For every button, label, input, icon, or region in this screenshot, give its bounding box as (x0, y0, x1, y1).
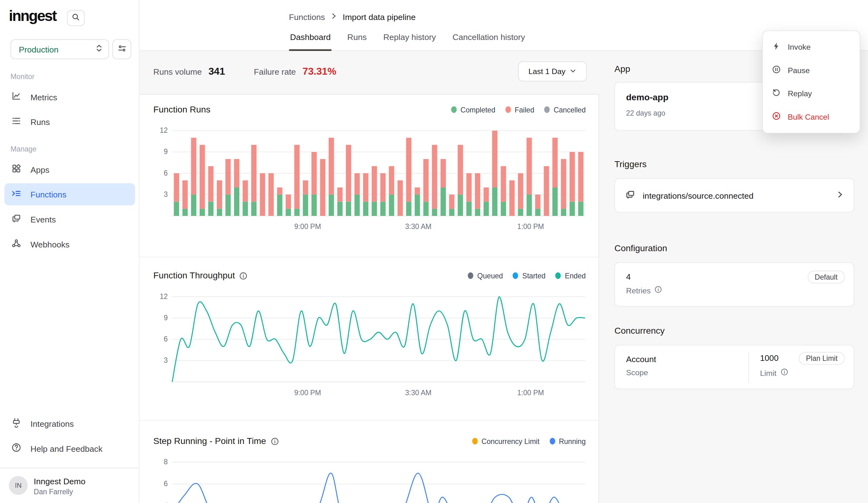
section-divider (140, 257, 599, 257)
menu-item-bulk-cancel[interactable]: Bulk Cancel (763, 105, 860, 129)
function-runs-chart: 369129:00 PM3:30 AM1:00 PM (153, 125, 587, 233)
sidebar-item-label: Runs (30, 117, 50, 126)
sidebar-item-integrations[interactable]: Integrations (4, 412, 135, 434)
menu-item-invoke[interactable]: Invoke (763, 35, 860, 59)
function-runs-header: Function Runs CompletedFailedCancelled (153, 103, 586, 116)
legend-dot (451, 106, 457, 113)
svg-text:9: 9 (164, 314, 168, 322)
time-range-select[interactable]: Last 1 Day (518, 62, 587, 82)
sidebar-item-events[interactable]: Events (4, 208, 135, 230)
sidebar-item-metrics[interactable]: Metrics (4, 86, 135, 108)
tab-runs[interactable]: Runs (346, 32, 368, 51)
svg-text:1:00 PM: 1:00 PM (517, 389, 544, 397)
legend-dot (550, 438, 555, 444)
tab-replay-history[interactable]: Replay history (382, 32, 437, 51)
failure-rate-value: 73.31% (302, 65, 336, 77)
retries-label: Retries (626, 286, 651, 295)
menu-item-label: Replay (788, 89, 812, 98)
sidebar-item-runs[interactable]: Runs (4, 111, 135, 133)
svg-text:12: 12 (160, 292, 168, 300)
step-running-chart: 864 (153, 455, 587, 503)
info-icon[interactable] (780, 368, 788, 377)
step-running-legend: Concurrency LimitRunning (472, 437, 586, 445)
plan-limit-badge: Plan Limit (799, 352, 845, 365)
lightning-icon (772, 42, 781, 52)
trigger-event-name: integrations/source.connected (643, 191, 754, 200)
function-throughput-chart: 369129:00 PM3:30 AM1:00 PM (153, 291, 587, 400)
sidebar-section-monitor: Monitor (11, 72, 35, 81)
environment-select[interactable]: Production (11, 39, 109, 59)
legend-item: Concurrency Limit (472, 437, 540, 445)
trigger-card[interactable]: integrations/source.connected (614, 178, 854, 213)
svg-text:3:30 AM: 3:30 AM (405, 389, 431, 397)
legend-item: Failed (505, 106, 534, 114)
app-heading: App (614, 64, 630, 74)
retries-card: 4 Retries Default (614, 263, 854, 307)
info-icon[interactable] (239, 271, 248, 280)
svg-text:12: 12 (160, 126, 168, 134)
card-divider (748, 352, 749, 383)
svg-text:6: 6 (164, 335, 168, 343)
concurrency-card: Account Scope 1000 Limit Plan Limit (614, 345, 854, 389)
legend-dot (544, 106, 550, 113)
legend-dot (468, 273, 473, 279)
tab-bar: Dashboard Runs Replay history Cancellati… (289, 32, 526, 51)
svg-text:3:30 AM: 3:30 AM (405, 223, 431, 230)
menu-item-label: Pause (788, 66, 809, 75)
sidebar-item-label: Apps (30, 165, 49, 174)
avatar[interactable]: IN (9, 476, 28, 495)
legend-dot (472, 438, 478, 444)
svg-text:3: 3 (164, 356, 168, 364)
legend-item: Cancelled (544, 106, 586, 114)
breadcrumb: Functions Import data pipeline (289, 10, 415, 23)
legend-item: Completed (451, 106, 496, 114)
tab-dashboard[interactable]: Dashboard (289, 32, 332, 51)
svg-text:8: 8 (164, 458, 168, 466)
events-icon (11, 213, 22, 226)
environment-filter-button[interactable] (113, 39, 131, 59)
menu-item-replay[interactable]: Replay (763, 82, 860, 105)
chevron-right-icon (331, 12, 337, 22)
svg-text:6: 6 (164, 169, 168, 177)
legend-dot (505, 106, 511, 113)
retries-value: 4 (626, 272, 631, 281)
chevron-down-icon (570, 67, 577, 75)
concurrency-heading: Concurrency (614, 326, 665, 336)
scope-label: Scope (626, 368, 648, 377)
svg-text:6: 6 (164, 480, 168, 488)
sidebar-item-label: Webhooks (30, 239, 69, 249)
section-divider (140, 420, 599, 421)
search-icon (72, 12, 80, 23)
legend-dot (556, 273, 561, 279)
svg-text:1:00 PM: 1:00 PM (517, 223, 544, 230)
sidebar-item-apps[interactable]: Apps (4, 158, 135, 181)
pause-circle-icon (772, 65, 781, 75)
svg-text:3: 3 (164, 190, 168, 198)
sidebar-divider (0, 468, 140, 468)
sidebar-item-webhooks[interactable]: Webhooks (4, 233, 135, 255)
sidebar-item-functions[interactable]: Functions (4, 183, 135, 205)
menu-item-label: Bulk Cancel (788, 112, 829, 121)
environment-label: Production (19, 45, 95, 54)
sidebar-item-label: Integrations (30, 419, 74, 428)
limit-label: Limit (760, 368, 776, 377)
all-actions-menu: Invoke Pause Replay Bulk Cancel (762, 30, 860, 133)
breadcrumb-current: Import data pipeline (343, 12, 415, 21)
breadcrumb-functions[interactable]: Functions (289, 12, 325, 21)
legend-item: Queued (468, 271, 503, 280)
scope-value: Account (626, 354, 656, 364)
sidebar-item-help[interactable]: Help and Feedback (4, 438, 135, 460)
runs-volume-label: Runs volume (153, 66, 202, 76)
chevron-up-down-icon (95, 44, 103, 55)
limit-value: 1000 (760, 353, 779, 362)
info-icon[interactable] (271, 437, 279, 445)
menu-item-label: Invoke (788, 42, 810, 51)
function-runs-legend: CompletedFailedCancelled (451, 106, 586, 114)
menu-item-pause[interactable]: Pause (763, 59, 860, 82)
info-icon[interactable] (654, 286, 662, 295)
sidebar: inngest Production Monitor Metrics Runs … (0, 0, 140, 503)
step-running-header: Step Running - Point in Time Concurrency… (153, 434, 586, 448)
sidebar-item-label: Metrics (30, 92, 57, 102)
search-button[interactable] (67, 10, 85, 26)
tab-cancellation-history[interactable]: Cancellation history (452, 32, 526, 51)
